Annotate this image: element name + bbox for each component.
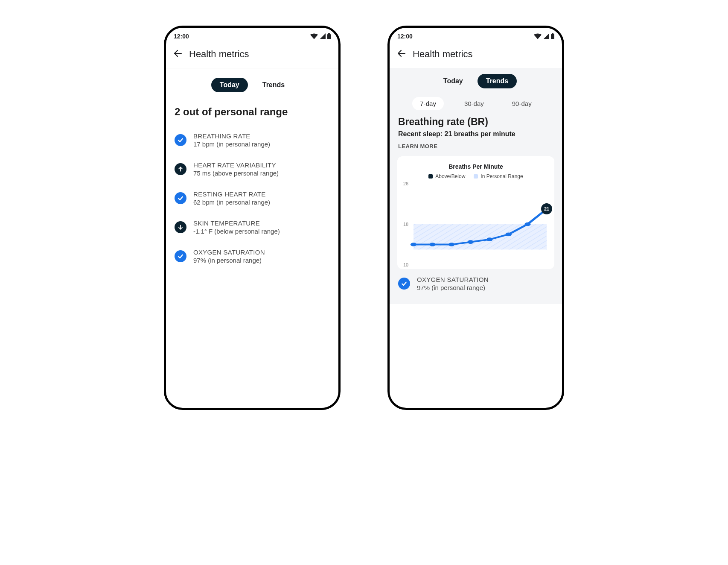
trends-subtitle: Recent sleep: 21 breaths per minute [390, 128, 562, 138]
tab-today[interactable]: Today [435, 74, 472, 88]
wifi-icon [534, 33, 542, 39]
metric-row-spo2[interactable]: OXYGEN SATURATION 97% (in personal range… [175, 242, 330, 271]
status-time: 12:00 [397, 33, 413, 40]
cell-icon [320, 33, 326, 39]
check-icon [175, 192, 186, 204]
chart-area: 26 18 10 [403, 184, 548, 265]
metric-value: 62 bpm (in personal range) [193, 199, 270, 206]
app-bar: Health metrics [166, 41, 338, 68]
phone-trends: 12:00 Health metrics Today Trends 7-day … [387, 26, 564, 410]
swatch-dark [428, 174, 433, 179]
phone-today: 12:00 Health metrics Today Trends 2 out … [164, 26, 341, 410]
battery-icon [551, 33, 554, 39]
svg-point-15 [486, 237, 492, 241]
back-icon[interactable] [173, 48, 183, 60]
wifi-icon [310, 33, 318, 39]
y-tick-label: 26 [403, 181, 408, 186]
check-icon [398, 278, 410, 290]
svg-point-11 [411, 243, 416, 246]
metric-row-skin-temp[interactable]: SKIN TEMPERATURE -1.1° F (below personal… [175, 213, 330, 242]
metric-name: OXYGEN SATURATION [193, 249, 265, 256]
status-icons [310, 33, 331, 39]
page-title: Health metrics [413, 49, 473, 60]
metric-value: -1.1° F (below personal range) [193, 228, 280, 235]
metric-row-resting-hr[interactable]: RESTING HEART RATE 62 bpm (in personal r… [175, 184, 330, 213]
tabs: Today Trends [390, 68, 562, 93]
svg-point-16 [506, 232, 512, 236]
metric-name: BREATHING RATE [193, 132, 270, 140]
metric-name: RESTING HEART RATE [193, 190, 270, 198]
swatch-light [474, 174, 478, 179]
battery-icon [327, 33, 331, 39]
check-icon [175, 250, 186, 262]
metrics-list: BREATHING RATE 17 bpm (in personal range… [166, 121, 338, 271]
metric-row-hrv[interactable]: HEART RATE VARIABILITY 75 ms (above pers… [175, 155, 330, 184]
arrow-down-icon [175, 221, 186, 233]
legend-label: Above/Below [435, 173, 465, 179]
legend-above-below: Above/Below [428, 173, 465, 179]
svg-rect-0 [327, 34, 331, 39]
svg-point-14 [468, 240, 474, 244]
chart-card: Breaths Per Minute Above/Below In Person… [397, 156, 554, 269]
metric-value: 97% (in personal range) [193, 257, 265, 264]
page-title: Health metrics [189, 49, 249, 60]
metric-value: 17 bpm (in personal range) [193, 141, 270, 148]
app-bar: Health metrics [390, 41, 562, 68]
svg-point-17 [524, 222, 530, 226]
legend-in-range: In Personal Range [474, 173, 523, 179]
status-icons [534, 33, 554, 39]
status-bar: 12:00 [390, 28, 562, 41]
y-tick-label: 10 [403, 262, 408, 267]
tab-trends[interactable]: Trends [478, 74, 517, 88]
metric-name: HEART RATE VARIABILITY [193, 161, 279, 169]
trends-title: Breathing rate (BR) [390, 116, 562, 128]
svg-rect-6 [552, 33, 553, 34]
svg-point-12 [429, 243, 435, 246]
range-tab-90day[interactable]: 90-day [504, 97, 539, 110]
range-tab-30day[interactable]: 30-day [457, 97, 492, 110]
status-bar: 12:00 [166, 28, 338, 41]
svg-rect-5 [551, 34, 554, 39]
y-tick-label: 18 [403, 222, 408, 227]
legend-label: In Personal Range [480, 173, 523, 179]
cell-icon [543, 33, 549, 39]
metric-row-breathing-rate[interactable]: BREATHING RATE 17 bpm (in personal range… [175, 126, 330, 155]
status-time: 12:00 [174, 33, 189, 40]
metric-value: 97% (in personal range) [417, 284, 489, 291]
range-tab-7day[interactable]: 7-day [412, 97, 444, 110]
metric-name: SKIN TEMPERATURE [193, 220, 280, 227]
metric-value: 75 ms (above personal range) [193, 170, 279, 177]
back-icon[interactable] [396, 48, 407, 60]
trends-bottom-list: OXYGEN SATURATION 97% (in personal range… [390, 269, 562, 296]
chart-last-value-badge: 21 [541, 203, 552, 214]
learn-more-link[interactable]: LEARN MORE [390, 138, 562, 156]
tab-today[interactable]: Today [211, 78, 248, 92]
tabs: Today Trends [166, 68, 338, 97]
range-tabs: 7-day 30-day 90-day [390, 93, 562, 116]
chart-title: Breaths Per Minute [403, 163, 548, 170]
metric-name: OXYGEN SATURATION [417, 276, 489, 283]
metric-row-spo2[interactable]: OXYGEN SATURATION 97% (in personal range… [398, 272, 553, 296]
check-icon [175, 134, 186, 146]
chart-legend: Above/Below In Personal Range [403, 170, 548, 181]
svg-rect-1 [328, 33, 330, 34]
range-heading: 2 out of personal range [166, 97, 338, 121]
arrow-up-icon [175, 163, 186, 175]
svg-point-13 [448, 243, 454, 246]
tab-trends[interactable]: Trends [254, 78, 293, 92]
